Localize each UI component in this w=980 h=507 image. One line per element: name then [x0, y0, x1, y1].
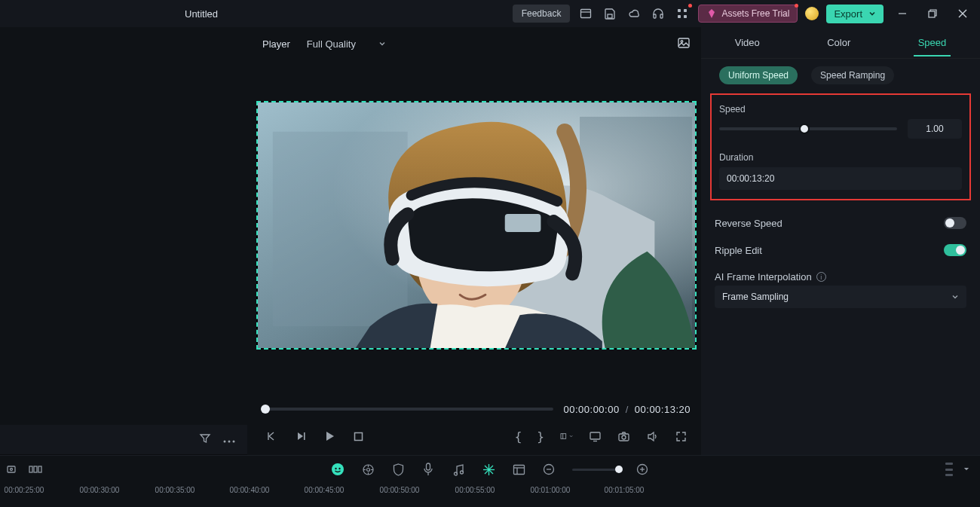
timeline-ruler[interactable]: 00:00:25:0000:00:30:0000:00:35:0000:00:4…	[0, 483, 980, 498]
subtab-speed-ramping[interactable]: Speed Ramping	[811, 66, 894, 84]
player-label: Player	[262, 38, 290, 50]
speed-value-input[interactable]: 1.00	[908, 119, 962, 139]
cloud-icon[interactable]	[626, 5, 642, 22]
play-button[interactable]	[323, 429, 336, 443]
svg-rect-26	[354, 432, 362, 440]
fullscreen-icon[interactable]	[674, 429, 688, 443]
timeline-lock-icon[interactable]	[5, 463, 18, 476]
window-minimize-button[interactable]	[891, 5, 914, 22]
account-avatar[interactable]	[805, 7, 819, 20]
snapshot-mode-icon[interactable]	[677, 36, 691, 52]
filter-icon[interactable]	[199, 432, 211, 447]
speed-duration-highlight: Speed 1.00 Duration 00:00:13:20	[710, 93, 971, 200]
ruler-tick: 00:00:25:00	[5, 486, 44, 494]
marker-tool-icon[interactable]	[482, 463, 495, 476]
tab-color[interactable]: Color	[822, 29, 855, 56]
svg-point-14	[228, 441, 231, 443]
zoom-out-button[interactable]	[542, 463, 556, 476]
chevron-down-icon	[378, 40, 386, 47]
timeline-clip-icon[interactable]	[29, 463, 42, 476]
svg-point-34	[11, 469, 13, 471]
ruler-tick: 00:00:45:00	[305, 486, 345, 494]
frame-icon[interactable]	[512, 463, 525, 476]
mark-in-button[interactable]: {	[515, 429, 522, 444]
preview-image	[258, 102, 695, 348]
duration-label: Duration	[719, 152, 962, 163]
svg-rect-37	[38, 466, 41, 472]
volume-icon[interactable]	[645, 429, 659, 443]
svg-rect-25	[304, 432, 305, 440]
media-panel	[0, 27, 247, 455]
scrub-slider[interactable]	[262, 408, 553, 411]
color-wheel-icon[interactable]	[361, 463, 375, 476]
svg-point-13	[224, 441, 226, 443]
ruler-tick: 00:01:00:00	[531, 486, 571, 494]
project-title: Untitled	[185, 8, 218, 20]
layout-icon[interactable]	[577, 5, 594, 22]
preview-canvas[interactable]	[256, 101, 697, 350]
more-icon[interactable]	[223, 434, 235, 445]
svg-rect-0	[581, 10, 591, 18]
svg-rect-3	[654, 14, 656, 18]
svg-rect-47	[427, 463, 430, 470]
svg-point-49	[461, 471, 464, 474]
ruler-tick: 00:01:05:00	[605, 486, 645, 494]
svg-point-40	[338, 468, 340, 469]
quality-select[interactable]: Full Quality	[302, 35, 390, 53]
svg-rect-31	[619, 434, 629, 441]
ruler-tick: 00:00:50:00	[380, 486, 420, 494]
speed-label: Speed	[719, 104, 962, 115]
auto-tool-icon[interactable]	[331, 463, 345, 476]
speed-slider[interactable]	[719, 127, 897, 130]
window-maximize-button[interactable]	[921, 5, 944, 22]
ai-interpolation-label: AI Frame Interpolationi	[715, 271, 826, 283]
ai-interpolation-select[interactable]: Frame Sampling	[715, 286, 966, 308]
feedback-button[interactable]: Feedback	[513, 5, 571, 23]
assets-trial-button[interactable]: Assets Free Trial	[698, 5, 798, 23]
time-display: 00:00:00:00/00:00:13:20	[564, 404, 691, 415]
duration-input[interactable]: 00:00:13:20	[719, 167, 962, 190]
mic-icon[interactable]	[421, 463, 435, 476]
subtab-uniform-speed[interactable]: Uniform Speed	[719, 66, 798, 84]
chevron-down-icon	[951, 293, 959, 301]
player-panel: Player Full Quality	[247, 27, 701, 455]
shield-icon[interactable]	[391, 463, 405, 476]
zoom-in-button[interactable]	[635, 463, 649, 476]
stop-button[interactable]	[351, 429, 365, 443]
save-icon[interactable]	[602, 5, 618, 22]
inspector-panel: Video Color Speed Uniform Speed Speed Ra…	[701, 27, 980, 455]
crop-icon[interactable]	[559, 429, 573, 443]
timeline-panel: 00:00:25:0000:00:30:0000:00:35:0000:00:4…	[0, 455, 980, 507]
svg-rect-27	[561, 434, 566, 439]
svg-rect-10	[929, 11, 935, 17]
tab-video[interactable]: Video	[730, 29, 764, 56]
tab-speed[interactable]: Speed	[914, 29, 951, 56]
drag-handle-icon[interactable]	[945, 463, 953, 476]
svg-rect-35	[29, 466, 32, 472]
camera-icon[interactable]	[617, 429, 630, 443]
prev-frame-button[interactable]	[265, 429, 279, 443]
reverse-speed-label: Reverse Speed	[715, 218, 782, 229]
zoom-slider[interactable]	[572, 469, 619, 471]
svg-point-17	[681, 40, 683, 42]
mark-out-button[interactable]: }	[537, 429, 544, 444]
info-icon[interactable]: i	[816, 272, 826, 282]
svg-point-38	[332, 463, 344, 475]
window-close-button[interactable]	[951, 5, 974, 22]
svg-point-15	[233, 441, 235, 443]
svg-rect-7	[678, 15, 681, 18]
export-button[interactable]: Export	[826, 5, 884, 23]
ripple-edit-toggle[interactable]	[944, 244, 966, 256]
music-icon[interactable]	[452, 463, 465, 476]
svg-rect-6	[684, 9, 687, 12]
titlebar: Untitled Feedback Assets Free Trial Expo…	[0, 0, 980, 27]
chevron-down-icon[interactable]	[963, 466, 969, 472]
step-forward-button[interactable]	[294, 429, 308, 443]
headphones-icon[interactable]	[650, 5, 666, 22]
ruler-tick: 00:00:40:00	[230, 486, 270, 494]
reverse-speed-toggle[interactable]	[944, 217, 966, 229]
apps-icon[interactable]	[674, 5, 691, 22]
svg-point-48	[455, 472, 458, 475]
svg-rect-8	[684, 15, 687, 18]
display-icon[interactable]	[588, 429, 602, 443]
